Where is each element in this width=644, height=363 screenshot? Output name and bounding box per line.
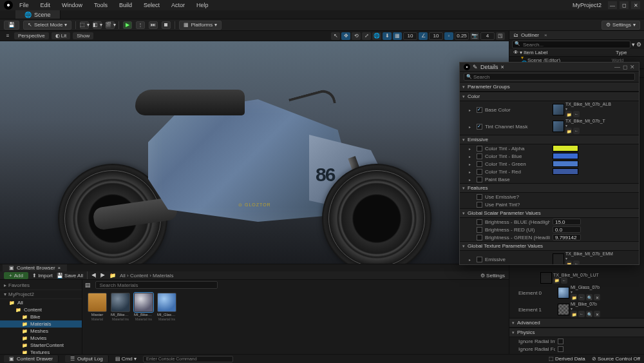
color-swatch[interactable]: [553, 168, 578, 175]
number-field[interactable]: 15.0: [553, 219, 581, 225]
search-icon[interactable]: 🔍: [586, 311, 592, 317]
property-row[interactable]: Element 1MI_Bike_07b▾📁←🔍✕: [509, 301, 644, 318]
tree-item[interactable]: 📁StarterContent: [0, 342, 82, 349]
param-checkbox[interactable]: [477, 257, 482, 262]
material-thumb[interactable]: [558, 287, 569, 299]
checkbox[interactable]: [558, 338, 564, 344]
transform-scale-button[interactable]: ⤢: [362, 32, 371, 40]
tab-content-browser[interactable]: ▣Content Browser×: [3, 264, 67, 271]
param-checkbox[interactable]: [477, 194, 482, 200]
close-icon[interactable]: ×: [58, 265, 61, 271]
section-physics[interactable]: Physics: [509, 328, 644, 337]
texture-thumb[interactable]: [553, 104, 564, 115]
play-options-button[interactable]: ⋮: [136, 21, 145, 29]
number-field[interactable]: 0.0: [553, 226, 581, 233]
details-search-input[interactable]: [464, 73, 635, 81]
settings-button[interactable]: ⚙ Settings: [480, 273, 505, 279]
menu-actor[interactable]: Actor: [166, 1, 190, 10]
property-row[interactable]: Element 0MI_Glass_07b▾📁←🔍✕: [509, 284, 644, 301]
checkbox[interactable]: [558, 346, 564, 352]
asset-search-input[interactable]: [95, 281, 218, 289]
texture-thumb[interactable]: [540, 272, 552, 284]
settings-dropdown[interactable]: ⚙Settings▾: [601, 21, 640, 30]
sequence-button[interactable]: 🎬▾: [106, 21, 115, 29]
use-icon[interactable]: ←: [578, 311, 585, 317]
favorites-header[interactable]: ▸ Favorites: [0, 281, 82, 290]
close-icon[interactable]: ×: [544, 32, 547, 38]
perspective-dropdown[interactable]: Perspective: [14, 32, 49, 39]
material-thumb[interactable]: [558, 304, 569, 315]
menu-help[interactable]: Help: [191, 1, 214, 10]
browse-icon[interactable]: 📁: [553, 277, 560, 284]
save-button[interactable]: 💾: [4, 21, 19, 30]
param-checkbox[interactable]: [477, 227, 482, 233]
menu-window[interactable]: Window: [57, 1, 88, 10]
add-content-button[interactable]: ⬚▾: [80, 21, 89, 29]
save-all-button[interactable]: 💾 Save All: [57, 273, 83, 279]
transform-rotate-button[interactable]: ⟲: [352, 32, 361, 40]
browse-icon[interactable]: 📁: [571, 311, 577, 317]
folder-icon[interactable]: 📁: [109, 273, 116, 279]
platforms-dropdown[interactable]: ▦Platforms▾: [179, 21, 222, 30]
use-icon[interactable]: ←: [561, 277, 567, 284]
close-icon[interactable]: ✕: [630, 64, 635, 70]
texture-thumb[interactable]: [553, 253, 564, 264]
texture-thumb[interactable]: [553, 121, 564, 132]
asset-tile[interactable]: MI_Bike_07bMaterial Ins: [134, 293, 153, 321]
asset-grid[interactable]: MasterMaterialMI_Bike_07bMaterial InsMI_…: [82, 290, 509, 354]
menu-build[interactable]: Build: [114, 1, 137, 10]
reset-icon[interactable]: ✕: [594, 311, 600, 317]
minimize-icon[interactable]: —: [608, 1, 617, 9]
eye-icon[interactable]: 👁: [513, 50, 518, 55]
details-panel[interactable]: ✎ Details × — ◻ ✕ 🔍▦ ⚙ Parameter Groups …: [459, 62, 639, 265]
section-param-groups[interactable]: Parameter Groups: [460, 82, 639, 92]
outliner-search-input[interactable]: [512, 41, 630, 48]
minimize-icon[interactable]: —: [614, 64, 620, 70]
viewport-3d[interactable]: 86 ⊙ GLOZTOR: [0, 41, 509, 264]
reset-icon[interactable]: ✕: [594, 294, 600, 300]
tree-item[interactable]: 📁Meshes: [0, 328, 82, 335]
param-checkbox[interactable]: [477, 235, 482, 240]
grid-snap-value[interactable]: 10: [403, 32, 417, 40]
viewmode-dropdown[interactable]: ◐Lit: [52, 32, 70, 39]
browse-icon[interactable]: 📁: [571, 294, 577, 300]
param-checkbox[interactable]: [477, 107, 482, 113]
grid-snap-button[interactable]: ▦: [393, 32, 402, 40]
maximize-icon[interactable]: ◻: [623, 64, 627, 70]
maximize-icon[interactable]: ◻: [620, 1, 629, 9]
number-field[interactable]: 9.799142: [553, 234, 581, 240]
close-icon[interactable]: ✕: [631, 1, 640, 9]
tree-item[interactable]: 📁Textures: [0, 349, 82, 354]
scale-snap-button[interactable]: ▫: [444, 32, 453, 40]
source-control-button[interactable]: ⊘ Source Control Off: [592, 356, 640, 362]
scale-snap-value[interactable]: 0.25: [455, 32, 469, 40]
angle-snap-button[interactable]: ∠: [419, 32, 428, 40]
search-icon[interactable]: 🔍: [586, 294, 592, 300]
param-checkbox[interactable]: [477, 177, 482, 182]
color-swatch[interactable]: [553, 161, 578, 167]
tab-scene[interactable]: 🌐 Scene: [15, 10, 61, 19]
details-header[interactable]: ✎ Details × — ◻ ✕: [460, 63, 639, 72]
section-advanced[interactable]: Advanced: [509, 318, 644, 328]
tree-item[interactable]: 📁Materials: [0, 320, 82, 328]
transform-select-button[interactable]: ↖: [331, 32, 340, 40]
play-button[interactable]: ▶: [123, 21, 132, 29]
step-button[interactable]: ⏭: [149, 21, 158, 29]
param-checkbox[interactable]: [477, 161, 482, 167]
history-back-button[interactable]: ⯇: [91, 273, 97, 279]
menu-file[interactable]: File: [14, 1, 34, 10]
param-checkbox[interactable]: [477, 146, 482, 152]
use-icon[interactable]: ←: [578, 294, 585, 300]
menu-tools[interactable]: Tools: [89, 1, 113, 10]
derived-data-button[interactable]: ⬚ Derived Data: [549, 356, 585, 362]
asset-tile[interactable]: MI_Glass_07bMaterial Ins: [157, 293, 176, 321]
color-swatch[interactable]: [553, 153, 578, 159]
project-header[interactable]: ▾ MyProject2: [0, 290, 82, 299]
blueprint-button[interactable]: ◧▾: [93, 21, 102, 29]
param-checkbox[interactable]: [477, 202, 482, 208]
param-checkbox[interactable]: [477, 124, 482, 130]
color-swatch[interactable]: [553, 145, 578, 152]
import-button[interactable]: ⬆ Import: [32, 273, 53, 279]
param-checkbox[interactable]: [477, 219, 482, 225]
world-local-toggle[interactable]: 🌐: [372, 32, 381, 40]
